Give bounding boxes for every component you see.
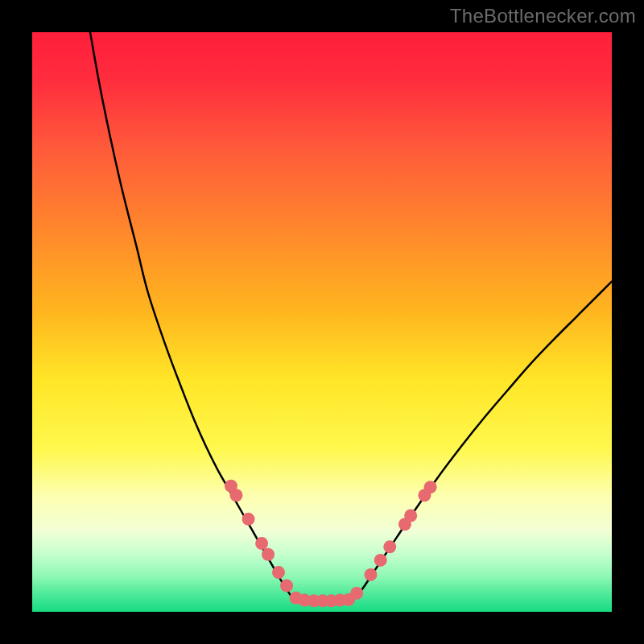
curve-marker: [242, 513, 255, 526]
curve-marker: [255, 537, 268, 550]
curve-marker: [350, 587, 363, 600]
curve-marker: [280, 580, 293, 592]
curve-marker: [262, 548, 275, 561]
curve-marker: [424, 481, 437, 493]
curve-marker: [364, 568, 377, 581]
bottleneck-curve: [90, 32, 612, 601]
marker-group: [225, 480, 437, 608]
curve-layer: [32, 32, 612, 612]
curve-marker: [229, 489, 242, 502]
chart-stage: TheBottlenecker.com: [0, 0, 644, 644]
plot-area: [32, 32, 612, 612]
curve-marker: [383, 540, 396, 553]
curve-marker: [404, 509, 417, 522]
curve-marker: [374, 554, 387, 567]
watermark-text: TheBottlenecker.com: [450, 5, 636, 27]
curve-marker: [272, 566, 285, 579]
